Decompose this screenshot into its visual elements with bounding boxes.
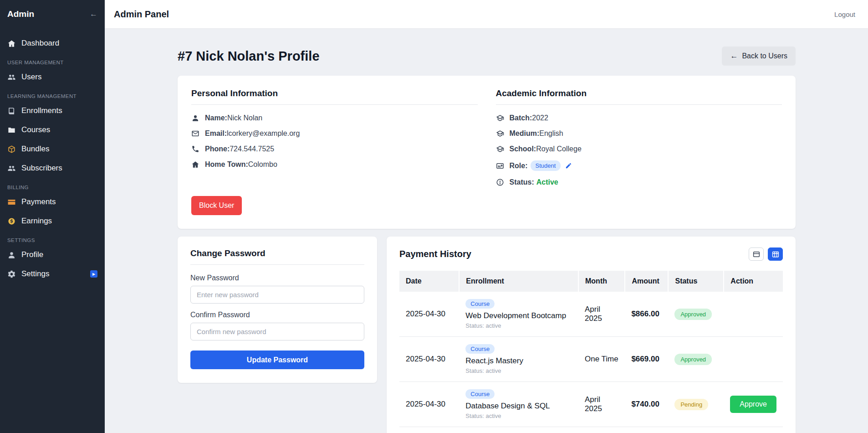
payment-action: Approve [724,427,783,433]
bundles-icon [7,145,16,154]
table-row: 2025-04-30 Course React.js Mastery Statu… [399,337,783,382]
table-row: 2025-04-30 Bundle Web Developer Path Sta… [399,427,783,433]
sidebar-item-label: Settings [21,269,49,278]
role-badge: Student [531,160,561,171]
field-value: Royal College [536,145,582,153]
update-password-button[interactable]: Update Password [190,351,364,369]
users-icon [7,73,16,82]
sidebar-item-label: Courses [21,125,50,134]
change-password-card: Change Password New Password Confirm Pas… [178,237,377,383]
sidebar-item-earnings[interactable]: Earnings [0,211,105,231]
sidebar: Admin ← Dashboard USER MANAGEMENT Users … [0,0,105,433]
confirm-password-input[interactable] [190,323,364,340]
academic-info-column: Academic Information Batch: 2022 Medium: [496,88,782,215]
payment-table: Date Enrollment Month Amount Status Acti… [399,271,783,433]
field-value: lcorkery@example.org [227,129,300,138]
phone-icon [191,145,199,153]
payment-amount: $105.00 [625,427,668,433]
sidebar-item-courses[interactable]: Courses [0,120,105,139]
sidebar-item-label: Bundles [21,144,49,154]
status-badge: Approved [674,354,712,365]
back-to-users-button[interactable]: ← Back to Users [722,46,796,66]
brand-title: Admin [7,9,34,19]
payment-enrollment: Course Database Design & SQL Status: act… [459,382,578,427]
payment-date: 2025-04-30 [399,337,459,382]
sidebar-item-enrollments[interactable]: Enrollments [0,101,105,120]
new-password-input[interactable] [190,286,364,304]
user-icon [191,114,199,122]
page-title: #7 Nick Nolan's Profile [178,49,320,64]
sidebar-section-learning-management: LEARNING MANAGEMENT [0,87,105,101]
block-user-button[interactable]: Block User [191,196,242,215]
sidebar-item-label: Earnings [21,216,52,226]
status-value: Active [536,178,558,186]
id-card-icon [496,162,504,170]
field-label: School: [510,145,536,153]
sidebar-item-label: Users [21,72,41,82]
settings-gear-icon [7,270,16,278]
payment-history-card: Payment History [387,237,796,433]
card-view-icon[interactable] [749,247,764,261]
logout-link[interactable]: Logout [834,10,855,18]
new-password-label: New Password [190,274,364,282]
edit-role-pencil-icon[interactable] [565,162,572,169]
home-icon [191,160,199,169]
dashboard-icon [7,39,16,48]
enrollment-name: React.js Mastery [465,356,572,366]
enrollment-type-badge: Course [465,389,495,399]
view-toggle [749,247,783,261]
payment-action [724,292,783,337]
topbar-title: Admin Panel [114,9,169,20]
table-view-icon[interactable] [768,247,783,261]
payment-date: 2025-04-30 [399,292,459,337]
sidebar-item-subscribers[interactable]: Subscribers [0,159,105,178]
payment-status: Pending [668,427,724,433]
sidebar-section-settings: SETTINGS [0,231,105,245]
sidebar-section-user-management: USER MANAGEMENT [0,53,105,67]
sidebar-collapse-icon[interactable]: ← [90,10,97,19]
profile-icon [7,251,16,259]
payment-history-head: Payment History [399,247,783,261]
page-head: #7 Nick Nolan's Profile ← Back to Users [178,46,796,66]
col-header-month: Month [578,271,625,292]
back-arrow-icon: ← [730,52,738,61]
sidebar-item-users[interactable]: Users [0,67,105,87]
content-area: #7 Nick Nolan's Profile ← Back to Users … [105,28,868,433]
main-column: Admin Panel Logout #7 Nick Nolan's Profi… [105,0,868,433]
payment-enrollment: Bundle Web Developer Path Status: active [459,427,578,433]
payment-date: 2025-04-30 [399,427,459,433]
field-value: Nick Nolan [227,114,262,122]
field-label: Phone: [205,145,230,153]
alert-circle-icon [496,178,504,186]
settings-badge-icon: ▶ [90,270,97,278]
col-header-amount: Amount [625,271,668,292]
field-hometown: Home Town: Colombo [191,160,478,169]
col-header-enrollment: Enrollment [459,271,578,292]
payment-status: Pending [668,382,724,427]
graduation-cap-icon [496,114,504,122]
sidebar-item-payments[interactable]: Payments [0,192,105,211]
field-role: Role: Student [496,160,782,171]
profile-card: Personal Information Name: Nick Nolan Em… [178,76,796,229]
payment-enrollment: Course Web Development Bootcamp Status: … [459,292,578,337]
sidebar-item-bundles[interactable]: Bundles [0,139,105,159]
sidebar-item-dashboard[interactable]: Dashboard [0,34,105,53]
field-label: Home Town: [205,160,248,169]
field-label: Email: [205,129,227,138]
field-value: English [539,129,563,138]
field-label: Status: [510,178,534,186]
table-header-row: Date Enrollment Month Amount Status Acti… [399,271,783,292]
sidebar-item-label: Profile [21,250,43,259]
graduation-cap-icon [496,129,504,138]
sidebar-item-profile[interactable]: Profile [0,245,105,264]
approve-button[interactable]: Approve [730,396,776,413]
field-phone: Phone: 724.544.7525 [191,145,478,153]
sidebar-item-settings[interactable]: Settings ▶ [0,264,105,284]
academic-info-title: Academic Information [496,88,782,105]
payment-status: Approved [668,292,724,337]
topbar: Admin Panel Logout [105,0,868,28]
sidebar-item-label: Payments [21,197,56,206]
payment-amount: $740.00 [625,382,668,427]
payment-month: One Time [578,337,625,382]
field-school: School: Royal College [496,145,782,153]
